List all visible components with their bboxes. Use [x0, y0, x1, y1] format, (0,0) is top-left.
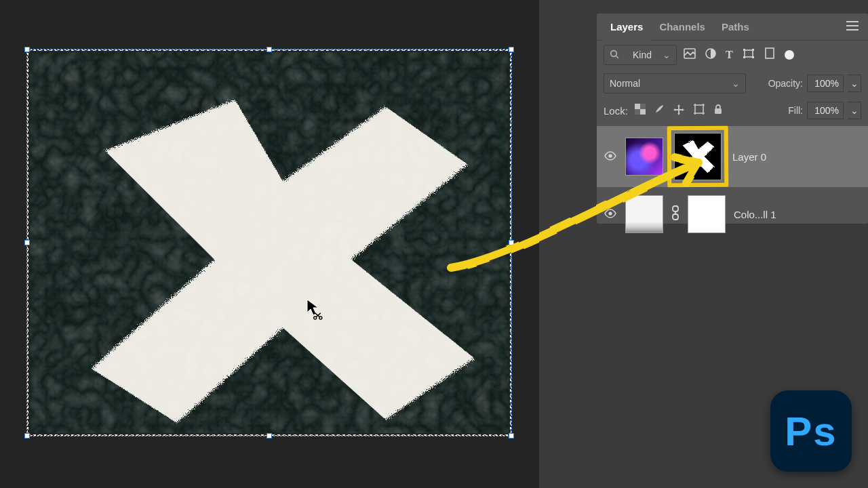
chevron-down-icon: ⌄ [663, 49, 671, 60]
filter-shape-icon[interactable] [743, 48, 755, 62]
transform-handle-top-left[interactable] [24, 47, 30, 52]
svg-rect-19 [695, 105, 703, 113]
layer-row-colorfill1[interactable]: Colo...ll 1 [597, 187, 868, 241]
fill-chevron-icon[interactable]: ⌄ [848, 102, 861, 119]
transform-handle-bottom-middle[interactable] [267, 433, 272, 439]
canvas-image[interactable] [30, 52, 509, 433]
svg-rect-16 [640, 109, 646, 115]
lock-brush-icon[interactable] [654, 104, 665, 118]
opacity-label: Opacity: [768, 78, 803, 89]
svg-rect-20 [715, 108, 722, 114]
layer-name[interactable]: Colo...ll 1 [734, 209, 776, 220]
layer-filter-kind-label: Kind [633, 49, 652, 60]
blend-mode-value: Normal [610, 78, 640, 89]
fill-label: Fill: [788, 105, 803, 116]
transform-handle-bottom-right[interactable] [509, 433, 514, 439]
filter-smart-icon[interactable] [764, 47, 775, 62]
svg-rect-12 [743, 56, 745, 58]
transform-handle-mid-right[interactable] [509, 240, 514, 245]
svg-rect-14 [766, 48, 774, 58]
svg-rect-11 [752, 49, 754, 51]
filter-type-icon[interactable]: T [726, 49, 733, 61]
photoshop-app-icon: Ps [770, 390, 852, 472]
svg-rect-9 [745, 50, 753, 57]
svg-rect-13 [752, 56, 754, 58]
chevron-down-icon: ⌄ [732, 78, 740, 89]
blend-mode-dropdown[interactable]: Normal ⌄ [604, 73, 746, 94]
layer-filter-row: Kind ⌄ T [597, 41, 868, 69]
layer-filter-kind-dropdown[interactable]: Kind ⌄ [604, 45, 677, 65]
lock-fill-row: Lock: Fill: 100% ⌄ [597, 98, 868, 123]
opacity-value[interactable]: 100% [807, 75, 844, 92]
svg-rect-15 [635, 104, 640, 109]
layer-mask-highlight [671, 130, 724, 183]
svg-point-21 [608, 154, 612, 157]
svg-rect-24 [673, 214, 678, 220]
filter-toggle-switch[interactable] [785, 50, 794, 60]
transform-handle-top-middle[interactable] [267, 47, 272, 52]
transform-handle-top-right[interactable] [509, 47, 514, 52]
blend-opacity-row: Normal ⌄ Opacity: 100% ⌄ [597, 69, 868, 98]
fill-value[interactable]: 100% [807, 102, 844, 119]
tab-layers[interactable]: Layers [602, 14, 651, 41]
photoshop-app-label: Ps [785, 408, 837, 455]
svg-rect-23 [673, 206, 678, 211]
layer-row-layer0[interactable]: Layer 0 [597, 126, 868, 187]
lock-label: Lock: [604, 105, 628, 117]
layers-panel: Layers Channels Paths Kind ⌄ T Normal [597, 14, 868, 224]
svg-rect-17 [640, 104, 646, 109]
canvas-selection[interactable] [27, 49, 511, 436]
tab-paths[interactable]: Paths [713, 14, 757, 41]
search-icon [610, 49, 619, 61]
lock-artboard-icon[interactable] [693, 104, 705, 118]
layer-name[interactable]: Layer 0 [732, 151, 766, 163]
opacity-chevron-icon[interactable]: ⌄ [848, 75, 861, 92]
visibility-toggle-icon[interactable] [604, 150, 617, 164]
svg-point-5 [611, 50, 617, 56]
document-area [0, 0, 539, 488]
svg-line-6 [616, 56, 619, 58]
link-icon[interactable] [671, 205, 679, 223]
svg-point-22 [608, 211, 612, 215]
filter-adjust-icon[interactable] [705, 48, 716, 62]
svg-rect-10 [743, 49, 745, 51]
tab-channels[interactable]: Channels [651, 14, 713, 41]
lock-pixels-icon[interactable] [635, 104, 646, 118]
panel-menu-icon[interactable] [842, 17, 863, 37]
layers-list: Layer 0 Colo...ll 1 [597, 123, 868, 244]
filter-pixel-icon[interactable] [684, 48, 696, 62]
lock-all-icon[interactable] [713, 104, 723, 118]
layer-filter-icons: T [684, 47, 794, 62]
transform-handle-mid-left[interactable] [24, 240, 30, 245]
layer-mask-thumbnail[interactable] [674, 133, 722, 180]
layer-mask-thumbnail[interactable] [688, 195, 726, 233]
fill-layer-thumbnail[interactable] [625, 195, 663, 233]
layer-thumbnail[interactable] [625, 138, 663, 176]
panel-tabs: Layers Channels Paths [597, 14, 868, 41]
svg-rect-2 [30, 52, 509, 433]
visibility-toggle-icon[interactable] [604, 207, 617, 222]
transform-handle-bottom-left[interactable] [24, 433, 30, 439]
lock-move-icon[interactable] [673, 104, 685, 118]
svg-rect-18 [635, 109, 640, 115]
